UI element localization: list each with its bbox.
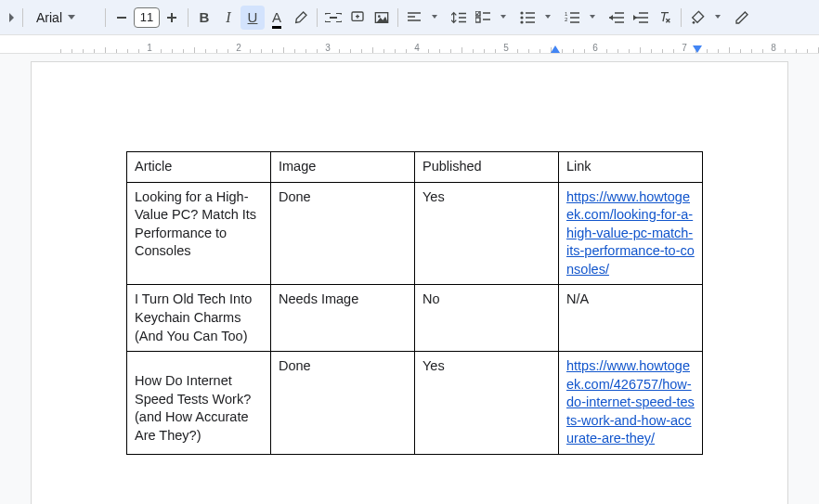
checklist-dropdown[interactable] [491, 6, 515, 30]
svg-rect-7 [475, 18, 480, 22]
font-size-input[interactable] [134, 7, 160, 28]
table-row[interactable]: Looking for a High-Value PC? Match Its P… [127, 182, 703, 285]
table-cell[interactable]: https://www.howtogeek.com/426757/how-do-… [559, 352, 703, 455]
horizontal-ruler[interactable]: 12345678 [0, 35, 819, 54]
table-header-cell[interactable]: Link [559, 152, 703, 183]
insert-image-button[interactable] [370, 6, 394, 30]
insert-link-button[interactable] [321, 6, 345, 30]
table-cell[interactable]: Needs Image [271, 285, 415, 352]
editing-mode-button[interactable] [730, 6, 754, 30]
align-dropdown[interactable] [422, 6, 447, 30]
table-row[interactable]: How Do Internet Speed Tests Work? (and H… [127, 352, 703, 455]
chevron-down-icon [68, 15, 75, 20]
table-cell[interactable]: N/A [559, 285, 703, 352]
increase-indent-button[interactable] [629, 6, 653, 30]
app-root: Arial B I U A 12 [0, 0, 819, 504]
decrease-font-size-button[interactable] [110, 6, 134, 30]
decrease-indent-button[interactable] [604, 6, 629, 30]
link[interactable]: https://www.howtogeek.com/looking-for-a-… [566, 189, 695, 277]
highlight-button[interactable] [289, 6, 313, 30]
svg-point-9 [520, 16, 523, 19]
svg-text:2: 2 [565, 17, 568, 22]
document-canvas[interactable]: Article Image Published Link Looking for… [0, 54, 819, 504]
add-comment-button[interactable] [345, 6, 370, 30]
numbered-list-dropdown[interactable] [580, 6, 604, 30]
table-cell[interactable]: Yes [415, 182, 559, 285]
table-header-cell[interactable]: Article [127, 152, 271, 183]
content-table[interactable]: Article Image Published Link Looking for… [126, 151, 703, 455]
page: Article Image Published Link Looking for… [31, 61, 788, 504]
table-cell[interactable]: Done [271, 352, 415, 455]
bulleted-list-dropdown[interactable] [536, 6, 560, 30]
increase-font-size-button[interactable] [160, 6, 184, 30]
link[interactable]: https://www.howtogeek.com/426757/how-do-… [566, 358, 695, 446]
underline-button[interactable]: U [240, 6, 265, 30]
table-row[interactable]: Article Image Published Link [127, 152, 703, 183]
line-spacing-button[interactable] [447, 6, 471, 30]
table-header-cell[interactable]: Image [271, 152, 415, 183]
table-cell[interactable]: Looking for a High-Value PC? Match Its P… [127, 182, 271, 285]
table-cell[interactable]: No [415, 285, 559, 352]
paint-format-dropdown[interactable] [706, 6, 730, 30]
svg-point-10 [520, 20, 523, 23]
bold-button[interactable]: B [192, 6, 216, 30]
table-cell[interactable]: Done [271, 182, 415, 285]
table-cell[interactable]: https://www.howtogeek.com/looking-for-a-… [559, 182, 703, 285]
svg-rect-0 [117, 17, 126, 19]
clear-formatting-button[interactable] [653, 6, 677, 30]
toolbar: Arial B I U A 12 [0, 0, 819, 35]
svg-point-13 [693, 21, 696, 24]
svg-point-5 [378, 15, 381, 18]
text-color-button[interactable]: A [265, 6, 289, 30]
table-cell[interactable]: Yes [415, 352, 559, 455]
more-button[interactable] [6, 6, 19, 30]
font-family-label: Arial [36, 10, 62, 25]
table-cell[interactable]: How Do Internet Speed Tests Work? (and H… [127, 352, 271, 455]
svg-point-8 [520, 11, 523, 14]
svg-rect-2 [167, 17, 176, 19]
italic-button[interactable]: I [216, 6, 240, 30]
table-cell[interactable]: I Turn Old Tech Into Keychain Charms (An… [127, 285, 271, 352]
table-header-cell[interactable]: Published [415, 152, 559, 183]
font-family-select[interactable]: Arial [27, 6, 101, 30]
table-row[interactable]: I Turn Old Tech Into Keychain Charms (An… [127, 285, 703, 352]
